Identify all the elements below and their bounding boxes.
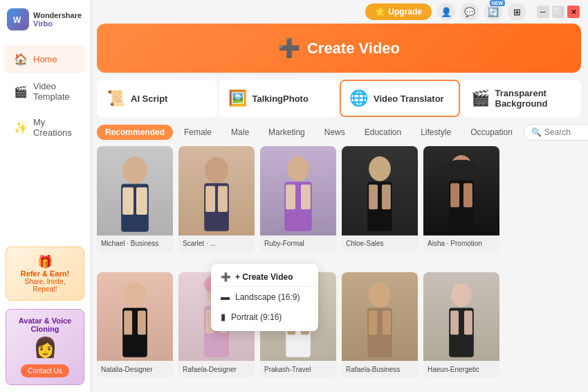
svg-rect-8 [205, 186, 215, 212]
svg-rect-39 [383, 310, 391, 335]
contact-us-button[interactable]: Contact Us [21, 364, 68, 377]
cat-lifestyle[interactable]: Lifestyle [412, 125, 459, 140]
search-input[interactable] [544, 127, 588, 137]
video-translator-label: Video Translator [374, 93, 444, 104]
topbar: ⭐ Upgrade 👤 💬 🔄 NEW ⊞ ─ ⬜ ✕ [90, 0, 588, 24]
svg-point-10 [287, 157, 309, 181]
svg-rect-22 [463, 183, 472, 207]
logo-text: Wondershare Virbo [33, 11, 82, 28]
landscape-icon: ▬ [221, 292, 230, 302]
talking-photo-icon: 🖼️ [228, 89, 247, 107]
my-creations-icon: ✨ [14, 121, 28, 134]
ai-script-icon: 📜 [107, 89, 125, 107]
avatar-label-prakash: Prakash-Travel [260, 361, 336, 377]
search-icon: 🔍 [531, 127, 542, 137]
avatar-card-chloe[interactable]: Chloe-Sales [342, 146, 418, 252]
avatar-label-rafaela-business: Rafaela-Business [342, 361, 418, 377]
sidebar-item-video-template[interactable]: 🎬 Video Template [4, 74, 86, 109]
app-logo: W Wondershare Virbo [0, 0, 90, 39]
close-button[interactable]: ✕ [567, 6, 580, 18]
window-controls: ─ ⬜ ✕ [537, 6, 580, 18]
chat-icon[interactable]: 💬 [461, 3, 479, 21]
talking-photo-label: TalkingPhoto [252, 93, 309, 104]
svg-point-6 [205, 157, 228, 184]
avatar-label-aisha: Aisha · Promotion [423, 235, 499, 252]
avatar-label-michael: Michael · Business [97, 235, 173, 252]
context-menu-landscape[interactable]: ▬ Landscape (16:9) [211, 287, 318, 307]
sidebar-item-home-label: Home [33, 54, 57, 64]
avatar-card-michael[interactable]: Michael · Business [97, 146, 173, 252]
cat-news[interactable]: News [316, 125, 353, 140]
profile-icon[interactable]: 👤 [437, 3, 455, 21]
star-icon: ⭐ [375, 7, 385, 17]
svg-rect-21 [450, 183, 459, 207]
avatar-label-ruby: Ruby-Formal [260, 235, 336, 252]
sidebar-nav: 🏠 Home 🎬 Video Template ✨ My Creations [0, 39, 90, 242]
avatar-card-haeun[interactable]: Haeun-Energetic [423, 272, 499, 378]
video-translator-icon: 🌐 [349, 89, 368, 107]
sidebar-item-home[interactable]: 🏠 Home [4, 46, 86, 73]
ai-script-label: AI Script [131, 93, 167, 104]
logo-icon: W [7, 8, 29, 30]
avatar-label-scarlet: Scarlet · ... [178, 235, 255, 252]
restore-button[interactable]: ⬜ [552, 6, 564, 18]
sidebar: W Wondershare Virbo 🏠 Home 🎬 Video Templ… [0, 0, 90, 392]
sidebar-item-my-creations[interactable]: ✨ My Creations [4, 110, 86, 145]
grid-icon[interactable]: ⊞ [508, 3, 526, 21]
promo-refer-title: Refer & Earn! [13, 269, 77, 278]
tab-talking-photo[interactable]: 🖼️ TalkingPhoto [219, 80, 339, 117]
refresh-icon-wrapper[interactable]: 🔄 NEW [484, 3, 502, 21]
cat-marketing[interactable]: Marketing [260, 125, 313, 140]
sidebar-item-my-creations-label: My Creations [33, 117, 76, 138]
cat-female[interactable]: Female [176, 125, 220, 140]
upgrade-button[interactable]: ⭐ Upgrade [365, 3, 432, 20]
context-menu: ➕ + Create Video ▬ Landscape (16:9) ▮ Po… [211, 264, 318, 331]
cat-recommended[interactable]: Recommended [97, 125, 173, 140]
feature-tabs: 📜 AI Script 🖼️ TalkingPhoto 🌐 Video Tran… [97, 80, 581, 117]
create-video-banner[interactable]: ➕ Create Video [97, 24, 581, 73]
svg-rect-25 [124, 310, 132, 335]
context-menu-title: + Create Video [235, 272, 293, 282]
avatar-label-chloe: Chloe-Sales [342, 235, 418, 252]
svg-rect-13 [301, 184, 311, 209]
avatar-label-rafaela-designer: Rafaela-Designer [178, 361, 255, 377]
tab-ai-script[interactable]: 📜 AI Script [97, 80, 217, 117]
svg-rect-19 [444, 160, 479, 184]
svg-rect-26 [138, 310, 146, 335]
video-template-icon: 🎬 [14, 85, 28, 98]
plus-icon: ➕ [221, 272, 231, 282]
new-badge: NEW [490, 0, 505, 6]
avatar-card-natalia[interactable]: Natalia-Designer [97, 272, 173, 378]
promo-refer-sub: Share, Invite, Repeat! [13, 278, 77, 293]
category-bar: Recommended Female Male Marketing News E… [90, 124, 588, 141]
cat-male[interactable]: Male [223, 125, 257, 140]
cat-occupation[interactable]: Occupation [462, 125, 521, 140]
sidebar-item-video-template-label: Video Template [33, 81, 76, 102]
avatar-card-scarlet[interactable]: Scarlet · ... [178, 146, 255, 252]
avatar-card-aisha[interactable]: Aisha · Promotion [423, 146, 499, 252]
svg-point-36 [369, 282, 391, 307]
cat-education[interactable]: Education [356, 125, 410, 140]
avatar-label-haeun: Haeun-Energetic [423, 361, 499, 377]
transparent-bg-icon: 🎬 [471, 89, 490, 107]
main-content: ⭐ Upgrade 👤 💬 🔄 NEW ⊞ ─ ⬜ ✕ ➕ Create Vid… [90, 0, 588, 392]
landscape-label: Landscape (16:9) [235, 292, 300, 302]
minimize-button[interactable]: ─ [537, 6, 549, 18]
svg-rect-17 [382, 184, 391, 209]
tab-transparent-bg[interactable]: 🎬 Transparent Background [461, 80, 582, 117]
create-video-icon: ➕ [278, 37, 300, 59]
portrait-icon: ▮ [221, 312, 226, 322]
search-box: 🔍 [524, 124, 588, 141]
avatar-card-rafaela-business[interactable]: Rafaela-Business [342, 272, 418, 378]
svg-rect-16 [369, 184, 378, 209]
portrait-label: Portrait (9:16) [231, 312, 282, 322]
create-video-label: Create Video [307, 39, 400, 57]
svg-point-14 [369, 157, 391, 181]
svg-rect-38 [369, 310, 377, 335]
tab-video-translator[interactable]: 🌐 Video Translator [340, 80, 460, 117]
avatar-card-ruby[interactable]: Ruby-Formal [260, 146, 336, 252]
svg-point-40 [451, 283, 472, 306]
svg-rect-12 [286, 184, 295, 209]
context-menu-portrait[interactable]: ▮ Portrait (9:16) [211, 307, 318, 327]
promo-avatar-title: Avatar & Voice Cloning [13, 317, 77, 333]
